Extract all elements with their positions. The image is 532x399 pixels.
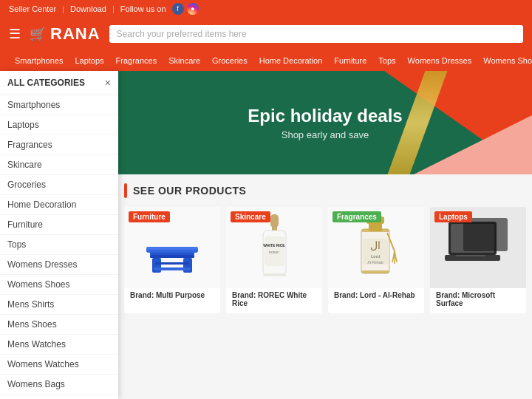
svg-text:ROREC: ROREC bbox=[268, 250, 279, 254]
nav-item-home-decoration[interactable]: Home Decoration bbox=[253, 50, 329, 71]
svg-text:Lord: Lord bbox=[371, 254, 380, 259]
search-bar[interactable]: Search your preferred items here bbox=[109, 25, 523, 43]
svg-rect-15 bbox=[263, 273, 286, 276]
sidebar-close-button[interactable]: × bbox=[105, 77, 111, 89]
skincare-bottle-svg: WHITE RICE ROREC bbox=[254, 213, 295, 283]
nav-item-fragrances[interactable]: Fragrances bbox=[110, 50, 163, 71]
sidebar-item-womens-shoes[interactable]: Womens Shoes bbox=[0, 275, 118, 295]
sep2: | bbox=[112, 4, 115, 13]
product-card-fragrances[interactable]: Fragrances ا bbox=[328, 207, 424, 313]
svg-rect-33 bbox=[456, 255, 485, 256]
download-link[interactable]: Download bbox=[70, 4, 106, 13]
product-card-skincare[interactable]: Skincare WHI bbox=[226, 207, 322, 313]
sidebar-item-womens-watches[interactable]: Womens Watches bbox=[0, 355, 118, 375]
sidebar-item-womens-jewellery[interactable]: Womens Jewellery bbox=[0, 395, 118, 399]
sidebar-header: ALL CATEGORIES × bbox=[0, 71, 118, 95]
product-badge-furniture: Furniture bbox=[129, 211, 170, 222]
sidebar-item-womens-dresses[interactable]: Womens Dresses bbox=[0, 255, 118, 275]
banner-text: Epic holiday deals Shop early and save bbox=[248, 106, 402, 140]
svg-rect-7 bbox=[155, 262, 189, 265]
product-brand-fragrances: Brand: Lord - Al-Rehab bbox=[328, 288, 424, 299]
follow-us-text: Follow us on bbox=[120, 4, 166, 13]
sidebar-item-mens-shirts[interactable]: Mens Shirts bbox=[0, 295, 118, 315]
search-placeholder: Search your preferred items here bbox=[117, 29, 247, 39]
section-header: SEE OUR PRODUCTS bbox=[124, 183, 526, 198]
product-badge-laptops: Laptops bbox=[434, 211, 472, 222]
svg-rect-1 bbox=[150, 255, 194, 258]
svg-text:ال: ال bbox=[370, 240, 381, 251]
brand-name-furniture: Multi Purpose bbox=[156, 291, 205, 299]
section-accent bbox=[124, 183, 127, 198]
sidebar-item-laptops[interactable]: Laptops bbox=[0, 115, 118, 135]
logo-text: RANA bbox=[50, 24, 100, 44]
instagram-icon[interactable]: ● bbox=[187, 3, 199, 15]
sidebar-item-groceries[interactable]: Groceries bbox=[0, 175, 118, 195]
banner-triangle-pink bbox=[414, 115, 532, 174]
top-bar: Seller Center | Download | Follow us on … bbox=[0, 0, 532, 18]
nav-item-furniture[interactable]: Furniture bbox=[328, 50, 372, 71]
svg-rect-24 bbox=[361, 229, 389, 232]
banner-subtitle: Shop early and save bbox=[248, 129, 402, 140]
nav-bar: Smartphones Laptops Fragrances Skincare … bbox=[0, 50, 532, 71]
furniture-svg bbox=[139, 214, 205, 281]
product-card-laptops[interactable]: Laptops B bbox=[430, 207, 526, 313]
section-title: SEE OUR PRODUCTS bbox=[133, 185, 246, 197]
facebook-icon[interactable]: f bbox=[172, 3, 184, 15]
sidebar-item-furniture[interactable]: Furniture bbox=[0, 215, 118, 235]
sep1: | bbox=[62, 4, 64, 13]
sidebar-item-tops[interactable]: Tops bbox=[0, 235, 118, 255]
banner-title: Epic holiday deals bbox=[248, 106, 402, 126]
sidebar-item-skincare[interactable]: Skincare bbox=[0, 155, 118, 175]
product-badge-fragrances: Fragrances bbox=[332, 211, 381, 222]
svg-text:Al-Rehab: Al-Rehab bbox=[368, 260, 383, 265]
nav-item-smartphones[interactable]: Smartphones bbox=[9, 50, 69, 71]
nav-item-groceries[interactable]: Groceries bbox=[206, 50, 253, 71]
svg-text:WHITE RICE: WHITE RICE bbox=[263, 243, 285, 248]
svg-rect-8 bbox=[270, 214, 279, 228]
product-brand-skincare: Brand: ROREC White Rice bbox=[226, 288, 322, 307]
logo-area: 🛒 RANA bbox=[30, 24, 100, 44]
sidebar-item-mens-watches[interactable]: Mens Watches bbox=[0, 335, 118, 355]
nav-item-tops[interactable]: Tops bbox=[372, 50, 401, 71]
hero-banner: Epic holiday deals Shop early and save bbox=[118, 71, 532, 174]
sidebar-item-home-decoration[interactable]: Home Decoration bbox=[0, 195, 118, 215]
laptop-svg bbox=[441, 214, 515, 281]
product-brand-furniture: Brand: Multi Purpose bbox=[124, 288, 220, 299]
header: ☰ 🛒 RANA Search your preferred items her… bbox=[0, 18, 532, 50]
sidebar-item-fragrances[interactable]: Fragrances bbox=[0, 135, 118, 155]
product-grid: Furniture bbox=[124, 207, 526, 313]
nav-item-laptops[interactable]: Laptops bbox=[69, 50, 109, 71]
sidebar-title: ALL CATEGORIES bbox=[7, 78, 85, 88]
nav-item-womens-dresses[interactable]: Womens Dresses bbox=[402, 50, 478, 71]
svg-rect-25 bbox=[361, 270, 389, 273]
product-brand-laptops: Brand: Microsoft Surface bbox=[430, 288, 526, 307]
svg-rect-4 bbox=[154, 267, 191, 270]
brand-name-fragrances: Lord - Al-Rehab bbox=[360, 291, 415, 299]
sidebar-item-smartphones[interactable]: Smartphones bbox=[0, 95, 118, 115]
svg-rect-34 bbox=[463, 218, 508, 251]
cart-icon: 🛒 bbox=[30, 26, 46, 42]
main-area: ALL CATEGORIES × Smartphones Laptops Fra… bbox=[0, 71, 532, 399]
social-icons: f ● bbox=[172, 3, 199, 15]
hamburger-icon[interactable]: ☰ bbox=[9, 26, 21, 42]
product-card-furniture[interactable]: Furniture bbox=[124, 207, 220, 313]
main-content: Epic holiday deals Shop early and save S… bbox=[118, 71, 532, 399]
sidebar-item-mens-shoes[interactable]: Mens Shoes bbox=[0, 315, 118, 335]
categories-sidebar: ALL CATEGORIES × Smartphones Laptops Fra… bbox=[0, 71, 118, 399]
products-section: SEE OUR PRODUCTS Furniture bbox=[118, 174, 532, 322]
seller-center-link[interactable]: Seller Center bbox=[9, 4, 56, 13]
svg-rect-6 bbox=[146, 247, 198, 250]
sidebar-item-womens-bags[interactable]: Womens Bags bbox=[0, 375, 118, 395]
product-badge-skincare: Skincare bbox=[231, 211, 270, 222]
nav-item-skincare[interactable]: Skincare bbox=[163, 50, 206, 71]
nav-item-womens-shoes[interactable]: Womens Shoes bbox=[477, 50, 532, 71]
